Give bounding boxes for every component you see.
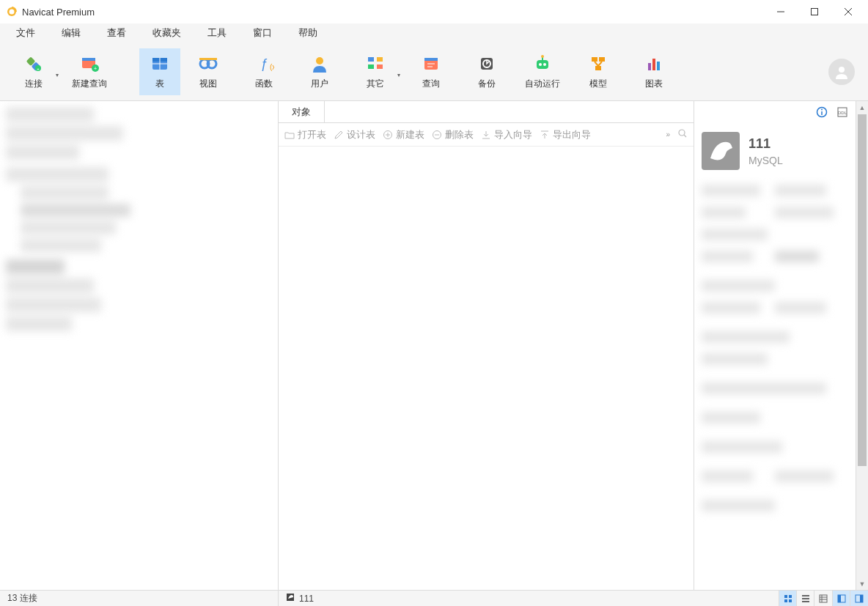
maximize-button[interactable] <box>798 0 831 23</box>
list-view-icon[interactable] <box>797 591 814 606</box>
new-table-button[interactable]: 新建表 <box>383 128 424 141</box>
toolbar-other[interactable]: 其它 ▾ <box>347 48 403 95</box>
scrollbar-thumb[interactable] <box>858 114 867 466</box>
connection-type: MySQL <box>749 155 783 166</box>
panel-left-icon[interactable] <box>833 591 850 606</box>
design-table-button[interactable]: 设计表 <box>334 128 375 141</box>
scroll-up-arrow-icon[interactable]: ▲ <box>856 101 868 114</box>
svg-line-42 <box>595 62 598 66</box>
menu-favorites[interactable]: 收藏夹 <box>139 24 194 42</box>
svg-rect-64 <box>789 599 792 602</box>
svg-rect-24 <box>368 57 374 62</box>
svg-rect-61 <box>784 595 787 598</box>
menu-edit[interactable]: 编辑 <box>48 24 94 42</box>
other-icon <box>366 53 385 75</box>
user-icon <box>311 53 328 75</box>
tab-objects[interactable]: 对象 <box>279 101 325 122</box>
svg-text:+: + <box>94 66 97 71</box>
robot-icon <box>532 53 553 75</box>
import-wizard-button[interactable]: 导入向导 <box>481 128 532 141</box>
svg-rect-3 <box>812 9 818 15</box>
svg-rect-11 <box>82 58 95 61</box>
minus-circle-icon <box>432 130 442 140</box>
connection-path-icon <box>286 593 295 604</box>
toolbar-user[interactable]: 用户 <box>292 48 347 95</box>
toolbar-backup[interactable]: 备份 <box>459 48 515 95</box>
scroll-down-arrow-icon[interactable]: ▼ <box>856 577 868 590</box>
info-panel: DDL 111 MySQL <box>694 101 856 590</box>
svg-point-23 <box>316 57 323 64</box>
svg-point-1 <box>10 10 15 15</box>
toolbar-chart[interactable]: 图表 <box>626 48 682 95</box>
overflow-chevron-icon[interactable]: » <box>666 130 670 138</box>
svg-point-57 <box>821 109 823 111</box>
toolbar-autorun[interactable]: 自动运行 <box>515 48 570 95</box>
toolbar-view[interactable]: 视图 <box>180 48 236 95</box>
grid-view-icon[interactable] <box>779 591 797 606</box>
newquery-icon: + <box>79 53 100 75</box>
toolbar-new-query[interactable]: + 新建查询 <box>62 48 117 95</box>
query-icon <box>422 53 441 75</box>
svg-rect-25 <box>377 57 383 62</box>
toolbar-table[interactable]: 表 <box>139 48 180 95</box>
delete-table-button[interactable]: 删除表 <box>432 128 474 141</box>
svg-point-53 <box>679 130 685 136</box>
ddl-icon[interactable]: DDL <box>836 106 848 118</box>
tab-bar: 对象 <box>279 101 694 123</box>
chevron-down-icon: ▾ <box>56 72 59 78</box>
folder-open-icon <box>284 130 295 140</box>
vertical-scrollbar[interactable]: ▲ ▼ <box>856 101 868 590</box>
svg-rect-39 <box>592 57 597 62</box>
center-panel: 对象 打开表 设计表 新建表 删除表 导入向导 <box>279 101 694 590</box>
minimize-button[interactable] <box>764 0 798 23</box>
user-avatar[interactable] <box>828 59 855 85</box>
export-wizard-button[interactable]: 导出向导 <box>540 128 591 141</box>
plug-icon: + <box>23 53 44 75</box>
search-icon[interactable] <box>677 128 688 141</box>
svg-rect-40 <box>599 57 605 62</box>
pencil-icon <box>334 130 344 140</box>
menu-file[interactable]: 文件 <box>3 24 48 42</box>
view-icon <box>198 53 218 75</box>
menu-tools[interactable]: 工具 <box>194 24 240 42</box>
svg-point-47 <box>839 67 845 73</box>
toolbar-function[interactable]: ƒ(x) 函数 <box>236 48 292 95</box>
model-icon <box>589 53 608 75</box>
connection-details-redacted <box>694 177 856 590</box>
export-icon <box>540 130 550 140</box>
app-icon <box>6 6 18 18</box>
close-button[interactable] <box>831 0 865 23</box>
menu-view[interactable]: 查看 <box>94 24 139 42</box>
connection-tree[interactable] <box>0 101 279 590</box>
table-icon <box>150 53 169 75</box>
menu-help[interactable]: 帮助 <box>285 24 331 42</box>
mysql-logo-icon <box>702 132 740 170</box>
plus-circle-icon <box>383 130 393 140</box>
svg-rect-46 <box>657 62 660 70</box>
menu-window[interactable]: 窗口 <box>240 24 285 42</box>
status-bar: 13 连接 111 <box>0 590 868 606</box>
status-view-switcher <box>779 591 833 606</box>
open-table-button[interactable]: 打开表 <box>284 128 326 141</box>
object-list[interactable] <box>279 147 694 590</box>
toolbar-connect[interactable]: + 连接 ▾ <box>6 48 62 95</box>
detail-view-icon[interactable] <box>814 591 832 606</box>
object-toolbar: 打开表 设计表 新建表 删除表 导入向导 导出向导 <box>279 123 694 147</box>
status-panel-switcher <box>833 591 868 606</box>
svg-line-43 <box>598 62 602 66</box>
svg-rect-62 <box>789 595 792 598</box>
toolbar-query[interactable]: 查询 <box>403 48 459 95</box>
svg-text:(x): (x) <box>270 63 274 71</box>
svg-rect-34 <box>537 60 548 69</box>
svg-rect-41 <box>595 66 601 70</box>
info-icon[interactable] <box>816 106 828 118</box>
menu-bar: 文件 编辑 查看 收藏夹 工具 窗口 帮助 <box>0 23 868 43</box>
main-area: 对象 打开表 设计表 新建表 删除表 导入向导 <box>0 101 868 590</box>
title-bar: Navicat Premium <box>0 0 868 23</box>
svg-rect-29 <box>424 58 438 61</box>
toolbar-model[interactable]: 模型 <box>570 48 626 95</box>
backup-icon <box>477 53 496 75</box>
window-title: Navicat Premium <box>22 7 95 18</box>
svg-point-38 <box>541 55 544 58</box>
panel-right-icon[interactable] <box>850 591 868 606</box>
